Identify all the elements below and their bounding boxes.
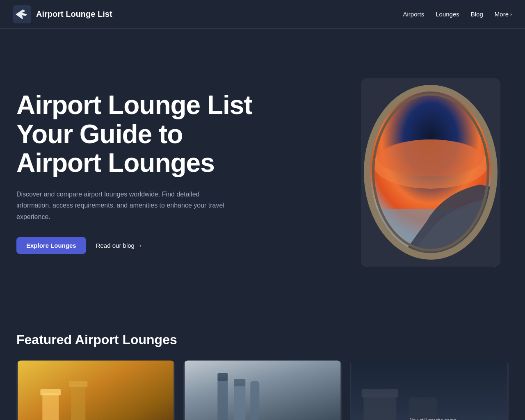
featured-section: Featured Airport Lounges bbox=[0, 316, 525, 420]
nav-more[interactable]: More › bbox=[495, 11, 512, 18]
read-blog-link[interactable]: Read our blog → bbox=[96, 242, 142, 249]
svg-rect-17 bbox=[217, 377, 228, 420]
airplane-window-illustration bbox=[361, 78, 500, 267]
hero-content: Airport Lounge List Your Guide to Airpor… bbox=[16, 91, 254, 254]
nav-more-label: More bbox=[495, 11, 509, 18]
svg-rect-21 bbox=[250, 381, 259, 420]
svg-rect-26 bbox=[362, 389, 399, 397]
featured-lounges-grid: Champión BNLY! bbox=[16, 361, 509, 420]
nav-lounges[interactable]: Lounges bbox=[436, 11, 459, 18]
svg-rect-13 bbox=[71, 385, 85, 420]
hero-image-bg bbox=[361, 78, 500, 267]
plane-logo-icon bbox=[13, 5, 31, 23]
hero-description: Discover and compare airport lounges wor… bbox=[16, 189, 230, 222]
svg-rect-16 bbox=[185, 361, 340, 420]
explore-lounges-button[interactable]: Explore Lounges bbox=[16, 237, 86, 254]
chevron-down-icon: › bbox=[510, 11, 512, 17]
svg-text:You still get the same: You still get the same bbox=[410, 418, 457, 420]
featured-lounge-card-2[interactable]: Champión BNLY! bbox=[183, 361, 342, 420]
featured-lounge-card-3[interactable]: You still get the same great inflight se… bbox=[350, 361, 509, 420]
lounge-card-image-2: Champión BNLY! bbox=[183, 361, 342, 420]
svg-rect-11 bbox=[42, 393, 59, 420]
navbar-brand[interactable]: Airport Lounge List bbox=[13, 5, 112, 23]
lounge-card-image-1 bbox=[16, 361, 175, 420]
svg-rect-12 bbox=[40, 389, 61, 395]
navbar-brand-title: Airport Lounge List bbox=[36, 9, 112, 19]
svg-point-9 bbox=[377, 139, 484, 176]
svg-rect-27 bbox=[409, 397, 438, 420]
svg-rect-19 bbox=[234, 383, 245, 420]
navbar: Airport Lounge List Airports Lounges Blo… bbox=[0, 0, 525, 29]
svg-rect-14 bbox=[69, 381, 87, 387]
hero-title: Airport Lounge List Your Guide to Airpor… bbox=[16, 91, 254, 177]
nav-blog[interactable]: Blog bbox=[471, 11, 483, 18]
nav-airports[interactable]: Airports bbox=[403, 11, 425, 18]
svg-rect-20 bbox=[234, 379, 245, 386]
hero-actions: Explore Lounges Read our blog → bbox=[16, 237, 254, 254]
svg-rect-18 bbox=[217, 373, 228, 381]
featured-section-title: Featured Airport Lounges bbox=[16, 332, 509, 347]
hero-image bbox=[361, 78, 500, 267]
featured-lounge-card-1[interactable] bbox=[16, 361, 175, 420]
lounge-card-image-3: You still get the same great inflight se… bbox=[350, 361, 509, 420]
hero-section: Airport Lounge List Your Guide to Airpor… bbox=[0, 29, 525, 316]
navbar-navigation: Airports Lounges Blog More › bbox=[403, 11, 512, 18]
